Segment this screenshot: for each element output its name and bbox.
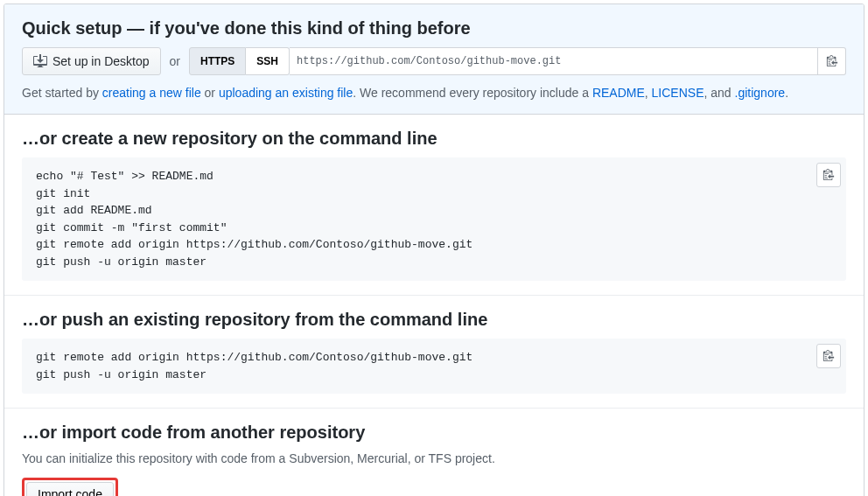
license-link[interactable]: LICENSE bbox=[652, 86, 704, 100]
push-repo-code-block: git remote add origin https://github.com… bbox=[22, 339, 846, 394]
import-button-highlight: Import code bbox=[22, 478, 118, 496]
push-repo-section: …or push an existing repository from the… bbox=[4, 296, 864, 409]
help-prefix: Get started by bbox=[22, 86, 102, 100]
protocol-https-button[interactable]: HTTPS bbox=[189, 47, 246, 75]
import-heading: …or import code from another repository bbox=[22, 423, 846, 443]
copy-url-button[interactable] bbox=[818, 47, 846, 75]
protocol-switch: HTTPS SSH bbox=[189, 47, 290, 75]
import-description: You can initialize this repository with … bbox=[22, 451, 846, 465]
create-repo-heading: …or create a new repository on the comma… bbox=[22, 129, 846, 149]
push-repo-heading: …or push an existing repository from the… bbox=[22, 310, 846, 330]
or-text: or bbox=[161, 54, 189, 68]
protocol-ssh-button[interactable]: SSH bbox=[246, 47, 290, 75]
create-new-file-link[interactable]: creating a new file bbox=[102, 86, 201, 100]
quick-setup-heading: Quick setup — if you've done this kind o… bbox=[22, 18, 846, 38]
help-mid: . We recommend every repository include … bbox=[353, 86, 592, 100]
help-period: . bbox=[785, 86, 788, 100]
desktop-download-icon bbox=[33, 54, 47, 68]
setup-row: Set up in Desktop or HTTPS SSH bbox=[22, 47, 846, 75]
clipboard-icon bbox=[822, 349, 835, 364]
setup-in-desktop-button[interactable]: Set up in Desktop bbox=[22, 47, 161, 75]
help-c1: , bbox=[645, 86, 652, 100]
copy-create-code-button[interactable] bbox=[816, 163, 841, 187]
help-c2: , and bbox=[704, 86, 735, 100]
setup-desktop-label: Set up in Desktop bbox=[52, 52, 150, 70]
create-repo-section: …or create a new repository on the comma… bbox=[4, 115, 864, 296]
readme-link[interactable]: README bbox=[592, 86, 645, 100]
copy-push-code-button[interactable] bbox=[816, 344, 841, 368]
import-section: …or import code from another repository … bbox=[4, 409, 864, 496]
clipboard-icon bbox=[826, 54, 838, 69]
clone-url-input[interactable] bbox=[290, 47, 818, 75]
push-repo-code[interactable]: git remote add origin https://github.com… bbox=[36, 349, 832, 383]
clipboard-icon bbox=[822, 168, 835, 183]
quick-setup-help-text: Get started by creating a new file or up… bbox=[22, 86, 846, 100]
help-or: or bbox=[201, 86, 219, 100]
create-repo-code-block: echo "# Test" >> README.md git init git … bbox=[22, 157, 846, 281]
gitignore-link[interactable]: .gitignore bbox=[735, 86, 786, 100]
quick-setup-section: Quick setup — if you've done this kind o… bbox=[4, 4, 864, 115]
upload-file-link[interactable]: uploading an existing file bbox=[219, 86, 353, 100]
import-code-button[interactable]: Import code bbox=[26, 482, 114, 496]
create-repo-code[interactable]: echo "# Test" >> README.md git init git … bbox=[36, 168, 832, 270]
empty-repo-panel: Quick setup — if you've done this kind o… bbox=[4, 3, 864, 496]
